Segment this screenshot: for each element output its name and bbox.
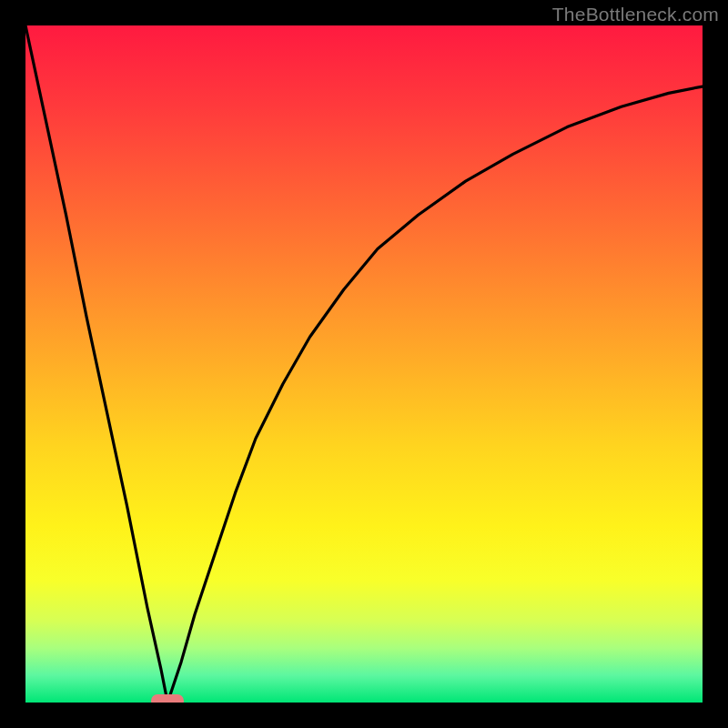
bottleneck-curve (25, 25, 703, 703)
optimal-marker (151, 694, 184, 703)
watermark-text: TheBottleneck.com (552, 4, 719, 25)
chart-frame: TheBottleneck.com (0, 0, 728, 728)
plot-area (25, 25, 703, 703)
